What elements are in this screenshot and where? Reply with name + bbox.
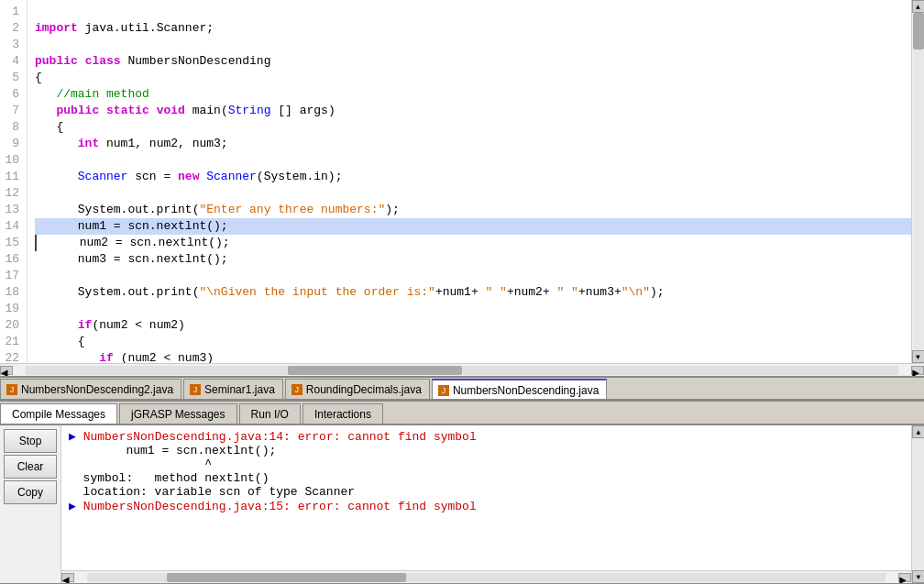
compile-output[interactable]: ▶ NumbersNonDescending.java:14: error: c… xyxy=(61,425,911,570)
tab-label: NumbersNonDescending2.java xyxy=(21,383,173,396)
tab-label: Seminar1.java xyxy=(204,383,275,396)
tab-Seminar1_java[interactable]: JSeminar1.java xyxy=(183,379,283,399)
code-line-8[interactable]: { xyxy=(35,119,911,136)
code-line-12[interactable] xyxy=(35,185,911,202)
bottom-tab-compile-messages[interactable]: Compile Messages xyxy=(0,403,117,424)
bottom-vscroll-up[interactable]: ▲ xyxy=(912,425,924,438)
code-line-22[interactable]: if (num2 < num3) xyxy=(35,350,911,363)
stop-button[interactable]: Stop xyxy=(4,429,57,453)
tab-icon: J xyxy=(6,384,17,395)
line-numbers: 1234567891011121314151617181920212223242… xyxy=(0,0,28,363)
bottom-tab-jgrasp-messages[interactable]: jGRASP Messages xyxy=(119,403,237,424)
code-line-20[interactable]: if(num2 < num2) xyxy=(35,317,911,334)
bottom-hscroll-left[interactable]: ◄ xyxy=(61,573,74,582)
vscroll-thumb[interactable] xyxy=(913,13,924,50)
code-line-13[interactable]: System.out.print("Enter any three number… xyxy=(35,202,911,218)
bottom-vscroll-track[interactable] xyxy=(912,438,924,570)
code-line-11[interactable]: Scanner scn = new Scanner(System.in); xyxy=(35,169,911,185)
bottom-hscroll-track[interactable] xyxy=(87,573,886,582)
tab-NumbersNonDescending2_java[interactable]: JNumbersNonDescending2.java xyxy=(0,379,182,399)
code-line-2[interactable]: import java.util.Scanner; xyxy=(35,20,911,37)
hscroll-thumb[interactable] xyxy=(288,366,462,375)
editor-hscroll[interactable]: ◄ ► xyxy=(0,363,924,376)
code-line-14[interactable]: num1 = scn.nextlnt(); xyxy=(35,218,911,235)
output-line: ^ xyxy=(69,457,904,471)
bottom-hscroll[interactable]: ◄ ► xyxy=(61,570,911,583)
bottom-tab-interactions[interactable]: Interactions xyxy=(302,403,383,424)
code-line-7[interactable]: public static void main(String [] args) xyxy=(35,103,911,119)
code-line-9[interactable]: int num1, num2, num3; xyxy=(35,136,911,152)
editor-area: 1234567891011121314151617181920212223242… xyxy=(0,0,924,376)
tab-icon: J xyxy=(438,385,449,396)
output-line: location: variable scn of type Scanner xyxy=(69,485,904,499)
bottom-hscroll-right[interactable]: ► xyxy=(898,573,911,582)
tab-RoundingDecimals_java[interactable]: JRoundingDecimals.java xyxy=(285,379,430,399)
error-arrow-icon: ▶ xyxy=(69,430,83,444)
code-line-15[interactable]: num2 = scn.nextlnt(); xyxy=(35,235,911,251)
code-container: 1234567891011121314151617181920212223242… xyxy=(0,0,924,363)
bottom-tab-run-i/o[interactable]: Run I/O xyxy=(239,403,301,424)
hscroll-left[interactable]: ◄ xyxy=(0,366,13,375)
bottom-vscroll-down[interactable]: ▼ xyxy=(912,570,924,583)
hscroll-track[interactable] xyxy=(26,366,898,375)
bottom-hscroll-thumb[interactable] xyxy=(167,573,406,582)
bottom-tab-bar: Compile MessagesjGRASP MessagesRun I/OIn… xyxy=(0,402,924,425)
tab-icon: J xyxy=(292,384,302,395)
editor-vscroll[interactable]: ▲ ▼ xyxy=(911,0,924,363)
code-line-6[interactable]: //main method xyxy=(35,86,911,103)
tab-label: NumbersNonDescending.java xyxy=(453,384,599,397)
vscroll-up[interactable]: ▲ xyxy=(912,0,925,13)
tab-NumbersNonDescending_java[interactable]: JNumbersNonDescending.java xyxy=(432,379,607,399)
code-content[interactable]: import java.util.Scanner; public class N… xyxy=(28,0,911,363)
copy-button[interactable]: Copy xyxy=(4,480,57,504)
code-line-10[interactable] xyxy=(35,152,911,169)
vscroll-down[interactable]: ▼ xyxy=(912,350,925,363)
output-line: ▶ NumbersNonDescending.java:14: error: c… xyxy=(69,429,904,444)
output-line: num1 = scn.nextlnt(); xyxy=(69,444,904,457)
error-arrow-icon: ▶ xyxy=(69,500,83,513)
vscroll-track[interactable] xyxy=(913,13,924,350)
code-line-3[interactable] xyxy=(35,37,911,53)
output-line: ▶ NumbersNonDescending.java:15: error: c… xyxy=(69,499,904,513)
output-line: symbol: method nextlnt() xyxy=(69,471,904,485)
bottom-content: Stop Clear Copy ▶ NumbersNonDescending.j… xyxy=(0,425,924,583)
tab-label: RoundingDecimals.java xyxy=(306,383,422,396)
code-line-18[interactable]: System.out.print("\nGiven the input the … xyxy=(35,284,911,301)
bottom-buttons: Stop Clear Copy xyxy=(0,425,61,583)
code-line-21[interactable]: { xyxy=(35,334,911,350)
code-line-4[interactable]: public class NumbersNonDescending xyxy=(35,53,911,70)
bottom-panel: Compile MessagesjGRASP MessagesRun I/OIn… xyxy=(0,400,924,583)
code-line-19[interactable] xyxy=(35,301,911,317)
tab-bar: JNumbersNonDescending2.javaJSeminar1.jav… xyxy=(0,376,924,400)
hscroll-right[interactable]: ► xyxy=(911,366,924,375)
code-line-5[interactable]: { xyxy=(35,70,911,86)
clear-button[interactable]: Clear xyxy=(4,455,57,479)
code-line-16[interactable]: num3 = scn.nextlnt(); xyxy=(35,251,911,268)
tab-icon: J xyxy=(190,384,201,395)
code-line-1[interactable] xyxy=(35,4,911,20)
code-line-17[interactable] xyxy=(35,268,911,284)
bottom-vscroll[interactable]: ▲ ▼ xyxy=(911,425,924,583)
